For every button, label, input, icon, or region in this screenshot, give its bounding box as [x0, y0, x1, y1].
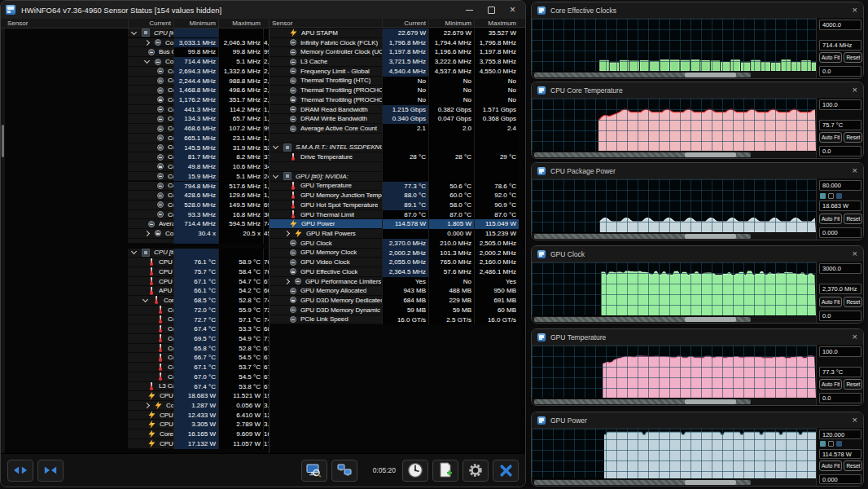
sensor-row[interactable]: CPU PPT17.132 W11.057 W17.378 W — [1, 439, 269, 449]
color-swatch-teal[interactable] — [820, 441, 826, 447]
sensor-row[interactable]: Core 7 T1 Effective Clock93.3 MHz16.8 MH… — [1, 210, 269, 220]
sensor-row[interactable]: CPU (Tctl/Tdie)76.1 °C58.9 °C76.8 °C — [1, 258, 269, 267]
sensor-row[interactable]: Core 1 T0 Effective Clock1,468.8 MHz498.… — [1, 86, 269, 95]
chevron-down-icon[interactable] — [131, 249, 137, 254]
vertical-scrollbar[interactable] — [1, 29, 5, 453]
header-sensor[interactable]: Sensor — [270, 20, 382, 27]
sensor-row[interactable]: Core 4 T0 Effective Clock145.5 MHz31.9 M… — [1, 143, 269, 153]
auto-fit-button[interactable]: Auto Fit — [819, 132, 842, 143]
chevron-right-icon[interactable] — [284, 231, 290, 236]
close-sensors-button[interactable] — [493, 460, 519, 482]
sensor-row[interactable]: GPU Clock2,370.0 MHz210.0 MHz2,505.0 MHz — [270, 239, 525, 249]
graph-color-swatches[interactable] — [820, 441, 861, 447]
scrollbar-thumb[interactable] — [2, 125, 4, 157]
auto-fit-button[interactable]: Auto Fit — [819, 214, 842, 224]
chevron-right-icon[interactable] — [144, 40, 150, 46]
sensor-row[interactable]: GPU Memory Allocated943 MB488 MB950 MB — [270, 286, 525, 296]
sensor-row[interactable]: GPU Power114.578 W1.805 W115.049 W — [270, 219, 525, 229]
sensor-row[interactable]: GPU Video Clock2,055.0 MHz765.0 MHz2,160… — [270, 258, 525, 267]
graph-scrollbar[interactable] — [532, 232, 816, 240]
clock-button[interactable] — [402, 460, 428, 482]
sensor-row[interactable]: Core 6 T1 Effective Clock428.6 MHz129.6 … — [1, 191, 269, 200]
scale-min-input[interactable]: 0.0 — [819, 66, 861, 77]
color-swatch-outline[interactable] — [828, 193, 834, 199]
chevron-down-icon[interactable] — [144, 58, 150, 64]
scale-min-input[interactable]: 0.0 — [819, 393, 861, 403]
close-icon[interactable]: × — [853, 416, 857, 425]
sensor-row[interactable]: Core 1 T1 Effective Clock1,176.2 MHz351.… — [1, 95, 269, 105]
reset-button[interactable]: Reset — [844, 52, 862, 63]
sensor-row[interactable]: Core566.7 °C54.5 °C67.8 °C — [1, 353, 269, 363]
auto-fit-button[interactable]: Auto Fit — [819, 52, 842, 63]
sensor-row[interactable]: Core267.4 °C53.3 °C68.7 °C — [1, 324, 269, 334]
close-icon[interactable]: × — [853, 249, 857, 258]
reset-button[interactable]: Reset — [844, 379, 862, 390]
graph-titlebar[interactable]: GPU Clock× — [532, 246, 863, 262]
collapse-columns-button[interactable] — [37, 460, 64, 482]
sensor-row[interactable]: Frequency Limit - Global4,540.4 MHz4,537… — [270, 67, 525, 77]
sensor-row[interactable]: Core 3 T1 Effective Clock665.1 MHz23.1 M… — [1, 134, 269, 143]
maximize-icon[interactable] — [488, 7, 495, 14]
sensor-row[interactable]: GPU D3D Memory Dynamic59 MB59 MB60 MB — [270, 306, 525, 315]
sensor-row[interactable]: Core 2 T1 Effective Clock134.3 MHz65.7 M… — [1, 114, 269, 124]
graph-scrollbar[interactable] — [532, 71, 816, 78]
scale-max-input[interactable]: 100.0 — [819, 346, 861, 357]
sensor-row[interactable]: CPU SOC67.1 °C54.7 °C67.4 °C — [1, 277, 269, 287]
close-icon[interactable]: × — [510, 6, 515, 14]
window-titlebar[interactable]: HWiNFO64 v7.36-4960 Sensor Status [154 v… — [1, 1, 525, 19]
sensor-group-header[interactable]: CPU [#0]: AMD Ryzen 7 7435HS: En... — [1, 249, 269, 258]
graph-scrollbar[interactable] — [532, 398, 816, 405]
sensor-row[interactable]: Core 2 T0 Effective Clock441.3 MHz114.2 … — [1, 105, 269, 115]
sensor-row[interactable]: Core 0 T1 Effective Clock2,244.4 MHz988.… — [1, 77, 269, 86]
sensor-row[interactable]: GPU D3D Memory Dedicated684 MB229 MB691 … — [270, 296, 525, 306]
scale-max-input[interactable]: 120.000 — [819, 430, 861, 439]
report-button[interactable] — [432, 460, 458, 482]
scrollbar-thumb-bright[interactable] — [685, 480, 736, 485]
header-current[interactable]: Current — [382, 19, 428, 27]
scrollbar-thumb-bright[interactable] — [685, 399, 736, 404]
minimize-icon[interactable] — [466, 10, 473, 11]
sensor-row[interactable]: Core 4 T1 Effective Clock81.7 MHz8.2 MHz… — [1, 152, 269, 162]
header-current[interactable]: Current — [128, 19, 173, 28]
sensor-row[interactable]: APU STAPM22.679 W22.679 W35.527 W — [270, 29, 525, 38]
sensor-row[interactable]: Core Temperatures68.5 °C52.8 °C74.6 °C — [1, 296, 269, 306]
sensor-row[interactable]: Core072.0 °C55.9 °C72.0 °C — [1, 306, 269, 315]
sensor-row[interactable]: Core 7 T0 Effective Clock528.0 MHz149.5 … — [1, 200, 269, 210]
sensor-row[interactable]: GPU Hot Spot Temperature89.1 °C58.0 °C90… — [270, 200, 525, 210]
chevron-right-icon[interactable] — [284, 279, 290, 284]
sensor-row[interactable]: L3 Cache67.4 °C53.8 °C67.6 °C — [1, 382, 269, 392]
sensor-row[interactable]: Core 3 T0 Effective Clock468.6 MHz107.2 … — [1, 124, 269, 134]
scale-min-input[interactable]: 0.0 — [819, 311, 861, 321]
sensor-row[interactable]: Drive Temperature28 °C28 °C29 °C — [270, 152, 525, 162]
color-swatch-blue[interactable] — [836, 441, 842, 447]
header-sensor[interactable]: Sensor — [5, 20, 128, 27]
sensor-row[interactable]: Core767.0 °C54.5 °C67.4 °C — [1, 372, 269, 382]
chevron-down-icon[interactable] — [142, 297, 148, 302]
graph-color-swatches[interactable] — [820, 192, 861, 199]
sensor-row[interactable]: GPU Effective Clock2,364.5 MHz57.6 MHz2,… — [270, 267, 525, 277]
sensor-row[interactable]: Core 6 T0 Effective Clock794.8 MHz517.6 … — [1, 182, 269, 192]
scrollbar-thumb-bright[interactable] — [685, 317, 736, 322]
header-minimum[interactable]: Minimum — [428, 19, 474, 27]
graph-scrollbar[interactable] — [532, 478, 816, 486]
graph-scrollbar[interactable] — [532, 151, 816, 158]
scale-max-input[interactable]: 4000.0 — [819, 20, 861, 30]
sensor-row[interactable]: CPU SoC Power (SVI3 TFN)3.305 W2.789 W3.… — [1, 420, 269, 430]
header-maximum[interactable]: Maximum — [474, 19, 519, 27]
sensor-row[interactable]: Core667.1 °C53.7 °C67.7 °C — [1, 363, 269, 372]
close-icon[interactable]: × — [853, 6, 857, 15]
close-icon[interactable]: × — [853, 333, 857, 341]
auto-fit-button[interactable]: Auto Fit — [819, 460, 842, 471]
graph-titlebar[interactable]: CPU Core Temperature× — [532, 82, 863, 98]
reset-button[interactable]: Reset — [844, 297, 862, 307]
scale-min-input[interactable]: 0.0 — [819, 146, 861, 156]
sensor-row[interactable]: Bus Clock99.8 MHz99.8 MHz99.8 MHz — [1, 47, 269, 57]
sensor-row[interactable]: PCIe Link Speed16.0 GT/s2.5 GT/s16.0 GT/… — [270, 315, 525, 325]
chevron-right-icon[interactable] — [144, 403, 150, 408]
scale-max-input[interactable]: 3000.0 — [819, 263, 861, 274]
scale-max-input[interactable]: 80.000 — [819, 180, 861, 191]
scrollbar-thumb-bright[interactable] — [685, 234, 736, 239]
sensor-row[interactable]: DRAM Read Bandwidth1.215 Gbps0.382 Gbps1… — [270, 105, 525, 115]
sensor-row[interactable]: DRAM Write Bandwidth0.340 Gbps0.047 Gbps… — [270, 114, 525, 124]
close-icon[interactable]: × — [853, 86, 857, 95]
